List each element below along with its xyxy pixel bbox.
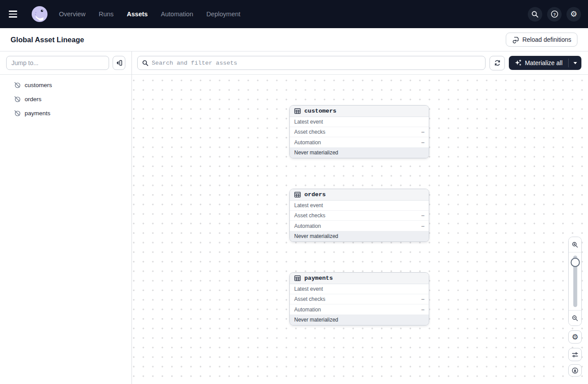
zoom-in-button[interactable] (569, 237, 581, 252)
asset-list-item-orders[interactable]: orders (0, 92, 131, 106)
zoom-in-icon (572, 241, 578, 248)
asset-list-label: customers (25, 82, 52, 88)
top-nav: Overview Runs Assets Automation Deployme… (0, 0, 588, 28)
gear-icon: ⚙ (570, 10, 577, 18)
download-icon (572, 367, 578, 374)
asset-checks-label: Asset checks (294, 212, 325, 219)
asset-checks-row: Asset checks – (290, 127, 429, 137)
search-button[interactable] (528, 7, 542, 22)
automation-label: Automation (294, 139, 321, 146)
refresh-icon (494, 59, 501, 66)
collapse-panel-button[interactable] (113, 56, 125, 70)
table-icon (294, 275, 301, 281)
table-icon (294, 192, 301, 197)
asset-checks-value: – (421, 129, 424, 135)
sparkle-icon (515, 59, 522, 66)
asset-checks-label: Asset checks (294, 129, 325, 135)
asset-node-header[interactable]: customers (290, 106, 429, 117)
materialize-all-button[interactable]: Materialize all (509, 56, 568, 70)
lineage-sidebar: customers orders payments (0, 51, 132, 384)
automation-row: Automation – (290, 137, 429, 147)
asset-checks-row: Asset checks – (290, 294, 429, 304)
zoom-slider-knob[interactable] (570, 258, 580, 267)
asset-node-title: customers (304, 108, 336, 114)
graph-toolbar: Materialize all (132, 51, 588, 75)
asset-list-item-customers[interactable]: customers (0, 78, 131, 92)
chevron-down-icon (573, 62, 577, 64)
asset-checks-label: Asset checks (294, 296, 325, 302)
automation-value: – (421, 223, 424, 229)
help-icon: ? (551, 10, 559, 18)
materialize-all-split-button: Materialize all (509, 56, 581, 70)
never-materialized-icon (14, 96, 21, 102)
settings-button[interactable]: ⚙ (566, 7, 581, 22)
page-title: Global Asset Lineage (11, 36, 84, 44)
reload-definitions-label: Reload definitions (522, 36, 571, 43)
zoom-slider[interactable] (569, 252, 581, 310)
menu-hamburger-button[interactable] (9, 8, 21, 20)
automation-row: Automation – (290, 221, 429, 231)
primary-nav: Overview Runs Assets Automation Deployme… (59, 11, 241, 18)
never-materialized-icon (14, 110, 21, 117)
table-icon (294, 108, 301, 114)
search-icon (531, 11, 539, 18)
materialize-all-label: Materialize all (525, 59, 562, 66)
latest-event-row: Latest event (290, 201, 429, 211)
asset-list-label: orders (25, 96, 41, 102)
automation-value: – (421, 307, 424, 313)
asset-search-input[interactable] (152, 56, 481, 69)
graph-filter-button[interactable] (568, 348, 582, 361)
latest-event-row: Latest event (290, 284, 429, 294)
reload-definitions-icon (512, 36, 519, 44)
materialization-status: Never materialized (290, 315, 429, 325)
nav-item-automation[interactable]: Automation (161, 11, 193, 18)
lineage-canvas[interactable]: customers Latest event Asset checks – Au… (132, 75, 588, 384)
latest-event-label: Latest event (294, 202, 323, 208)
asset-node-title: orders (304, 191, 326, 198)
gear-icon: ⚙ (572, 333, 578, 341)
asset-checks-value: – (421, 212, 424, 219)
materialize-options-button[interactable] (569, 56, 581, 70)
zoom-out-icon (572, 315, 578, 322)
asset-search-field[interactable] (137, 56, 486, 70)
materialization-status: Never materialized (290, 231, 429, 241)
nav-item-overview[interactable]: Overview (59, 11, 85, 18)
tune-icon (572, 352, 578, 358)
nav-item-deployment[interactable]: Deployment (206, 11, 240, 18)
svg-text:?: ? (553, 12, 556, 17)
search-icon (142, 60, 149, 66)
latest-event-label: Latest event (294, 119, 323, 125)
lineage-graph-area: Materialize all (132, 51, 588, 384)
asset-checks-row: Asset checks – (290, 211, 429, 221)
nav-item-assets[interactable]: Assets (127, 11, 148, 18)
page-header: Global Asset Lineage Reload definitions (0, 28, 588, 51)
asset-node-payments[interactable]: payments Latest event Asset checks – Aut… (289, 272, 429, 325)
asset-node-title: payments (304, 275, 333, 282)
help-button[interactable]: ? (547, 7, 562, 22)
materialization-status: Never materialized (290, 147, 429, 158)
nav-item-runs[interactable]: Runs (99, 11, 113, 18)
zoom-out-button[interactable] (569, 311, 581, 325)
asset-list-item-payments[interactable]: payments (0, 106, 131, 120)
refresh-graph-button[interactable] (489, 56, 505, 70)
asset-node-header[interactable]: orders (290, 189, 429, 201)
asset-node-header[interactable]: payments (290, 273, 429, 284)
asset-list: customers orders payments (0, 75, 131, 120)
automation-label: Automation (294, 223, 321, 229)
automation-value: – (421, 139, 424, 146)
sidebar-toolbar (0, 51, 131, 75)
asset-node-orders[interactable]: orders Latest event Asset checks – Autom… (289, 189, 429, 242)
asset-node-customers[interactable]: customers Latest event Asset checks – Au… (289, 105, 429, 158)
never-materialized-icon (14, 82, 21, 88)
jump-to-input[interactable] (6, 56, 109, 70)
download-image-button[interactable] (568, 364, 582, 377)
collapse-panel-icon (116, 60, 123, 66)
automation-label: Automation (294, 307, 321, 313)
reload-definitions-button[interactable]: Reload definitions (506, 33, 577, 47)
latest-event-label: Latest event (294, 286, 323, 292)
zoom-control-panel (568, 237, 582, 326)
dagster-logo[interactable] (32, 6, 47, 22)
latest-event-row: Latest event (290, 117, 429, 127)
graph-settings-button[interactable]: ⚙ (568, 330, 582, 344)
automation-row: Automation – (290, 304, 429, 315)
